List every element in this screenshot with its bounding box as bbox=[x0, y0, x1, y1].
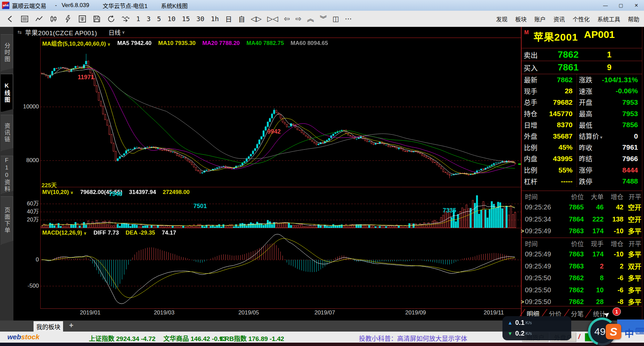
sidebar-tab-page-order[interactable]: 页面下单 bbox=[1, 196, 13, 245]
table-header-cell: 时间 bbox=[522, 239, 568, 248]
quote-field-label: 开盘 bbox=[577, 97, 592, 107]
pan-right-icon[interactable]: ⇨ bbox=[296, 14, 302, 23]
sidebar-tab-f10[interactable]: F10资料 bbox=[1, 156, 13, 194]
ma-label-item: MA10 7935.30 bbox=[158, 40, 196, 47]
menu-help[interactable]: 帮助 bbox=[628, 15, 639, 23]
kline-chart-canvas[interactable] bbox=[40, 38, 521, 309]
chevron-down-icon[interactable]: ∨ bbox=[107, 42, 111, 47]
chevron-down-icon[interactable]: ▾ bbox=[600, 135, 602, 140]
upload-unit: K/s bbox=[526, 320, 532, 325]
maximize-button[interactable]: ▢ bbox=[613, 0, 629, 11]
trend-chart-icon[interactable] bbox=[35, 14, 43, 23]
period-button-3[interactable]: 3 bbox=[147, 15, 151, 23]
period-button-10[interactable]: 10 bbox=[167, 15, 175, 23]
table-header-cell: 开平 bbox=[624, 239, 642, 248]
ime-chinese-icon[interactable]: 中 bbox=[625, 326, 634, 340]
cell-open-close-flag: 多平 bbox=[624, 273, 642, 283]
macd-indicator-header: MACD(12,26,9)∨DIFF 7.73DEA -29.3574.17 bbox=[42, 230, 183, 236]
download-unit: K/s bbox=[526, 331, 532, 336]
page-up-icon[interactable]: ︽ bbox=[307, 14, 314, 23]
big-order-table-header: 时间价位大单增仓开平 bbox=[522, 192, 642, 201]
contract-switch-icon[interactable]: ⇆ bbox=[17, 29, 22, 35]
toolbar-nav-group: ◁▷▷◁⇦⇨︽︾◫⋯ bbox=[245, 14, 352, 23]
ask-row[interactable]: 卖出 7862 1 bbox=[522, 48, 642, 61]
menu-account[interactable]: 账户 bbox=[534, 15, 546, 23]
menu-system-tools[interactable]: 系统工具 bbox=[597, 15, 620, 23]
menu-personalize[interactable]: 个性化 bbox=[573, 15, 590, 23]
ma-label-item[interactable]: MA组合(5,10,20,40,60,0)∨ bbox=[42, 39, 111, 47]
page-down-icon[interactable]: ︾ bbox=[320, 14, 327, 23]
back-icon[interactable] bbox=[6, 14, 14, 23]
pan-left-icon[interactable]: ⇦ bbox=[284, 14, 290, 23]
table-header-cell: 现手 bbox=[584, 239, 603, 248]
period-button-日[interactable]: 日 bbox=[225, 14, 232, 24]
chevron-down-icon[interactable]: ∨ bbox=[84, 231, 87, 236]
sidebar-tab-news-chain[interactable]: 资讯链 bbox=[1, 115, 13, 151]
quote-cell: 杠杆----- bbox=[522, 177, 577, 186]
refresh-icon[interactable] bbox=[107, 14, 115, 23]
macd-label-item: 74.17 bbox=[162, 230, 176, 236]
tab-tick[interactable]: 分笔 bbox=[571, 309, 584, 318]
tab-my-board[interactable]: 我的板块 bbox=[34, 321, 63, 332]
chart-period-select[interactable]: 日线 bbox=[109, 28, 121, 37]
quote-field-label: 持仓 bbox=[522, 109, 537, 118]
macd-label-item[interactable]: MACD(12,26,9)∨ bbox=[42, 230, 87, 236]
kline-chart-icon[interactable] bbox=[49, 14, 58, 23]
window-controls: — ▢ ✕ bbox=[598, 0, 644, 11]
minimize-button[interactable]: — bbox=[598, 0, 613, 11]
cell-volume: 46 bbox=[584, 203, 603, 211]
mv-label-item[interactable]: MV(10,20)∨ bbox=[42, 189, 73, 196]
close-button[interactable]: ✕ bbox=[629, 0, 644, 11]
notification-badge[interactable]: 1 bbox=[612, 307, 621, 316]
sidebar-tab-kline[interactable]: K线图 bbox=[1, 74, 13, 112]
macd-label-item: DIFF 7.73 bbox=[94, 230, 119, 236]
quote-detail-row: 外盘35687结算价▾0 bbox=[522, 131, 642, 142]
mv-label-item: 272498.00 bbox=[163, 189, 190, 196]
period-button-30[interactable]: 30 bbox=[196, 15, 204, 23]
chart-symbol-row: ⇆ 苹果2001(CZCE AP001) 日线 ∨ bbox=[13, 27, 521, 38]
quote-list-icon[interactable] bbox=[20, 14, 29, 23]
period-button-1[interactable]: 1 bbox=[136, 15, 140, 23]
period-button-自[interactable]: 自 bbox=[238, 14, 245, 24]
quote-field-value: 0 bbox=[602, 132, 642, 140]
save-icon[interactable] bbox=[92, 14, 101, 23]
notice-link[interactable]: 投教小科普：高清屏如何放大显示字体 bbox=[359, 334, 467, 343]
menu-discover[interactable]: 发现 bbox=[496, 15, 507, 23]
shrink-bars-icon[interactable]: ▷◁ bbox=[267, 14, 278, 23]
ime-sogou-icon[interactable]: S bbox=[606, 324, 621, 339]
left-sidebar: 分时图K线图资讯链F10资料页面下单 bbox=[0, 27, 13, 320]
add-board-button[interactable]: + bbox=[69, 321, 73, 330]
cell-open-close-flag: 空开 bbox=[624, 202, 642, 212]
menu-sectors[interactable]: 板块 bbox=[515, 15, 527, 23]
ma-indicator-header: MA组合(5,10,20,40,60,0)∨MA5 7942.40MA10 79… bbox=[42, 39, 335, 47]
quote-cell: 比例45% bbox=[522, 143, 577, 152]
main-contract-marker: M bbox=[524, 30, 529, 36]
contract-name[interactable]: 苹果2001 bbox=[533, 29, 578, 44]
cell-volume: 28 bbox=[584, 298, 603, 306]
indicator-switch-icon[interactable] bbox=[121, 14, 130, 23]
expand-bars-icon[interactable]: ◁▷ bbox=[251, 14, 262, 23]
table-row: 09:25:50786210-6多平 bbox=[522, 284, 642, 296]
chevron-down-icon[interactable]: ∨ bbox=[122, 30, 125, 35]
chart-symbol[interactable]: 苹果2001(CZCE AP001) bbox=[25, 28, 97, 37]
quote-field-value: 35687 bbox=[537, 132, 577, 140]
ime-keyboard-icon[interactable]: ⌨ bbox=[635, 326, 644, 337]
bid-row[interactable]: 买入 7861 9 bbox=[522, 61, 642, 74]
server-name: 文华云节点-电信1 bbox=[103, 1, 148, 10]
layout-icon[interactable]: ◫ bbox=[332, 14, 339, 23]
cell-price: 7864 bbox=[568, 215, 584, 223]
period-button-15[interactable]: 15 bbox=[182, 15, 190, 23]
contract-code[interactable]: AP001 bbox=[584, 29, 615, 40]
menu-news[interactable]: 资讯 bbox=[553, 15, 565, 23]
tick-order-icon[interactable] bbox=[63, 14, 72, 23]
price-annotation: 11971 bbox=[78, 74, 94, 81]
more-icon[interactable]: ⋯ bbox=[345, 14, 352, 23]
sidebar-tab-time-chart[interactable]: 分时图 bbox=[1, 34, 13, 71]
period-button-1h[interactable]: 1h bbox=[211, 15, 219, 23]
quote-field-label: 日增 bbox=[522, 120, 537, 130]
chevron-down-icon[interactable]: ∨ bbox=[70, 190, 73, 195]
cell-increase: 42 bbox=[604, 203, 624, 211]
order-panel-icon[interactable] bbox=[78, 14, 87, 23]
ask-qty: 1 bbox=[579, 50, 611, 59]
period-button-5[interactable]: 5 bbox=[157, 15, 161, 23]
